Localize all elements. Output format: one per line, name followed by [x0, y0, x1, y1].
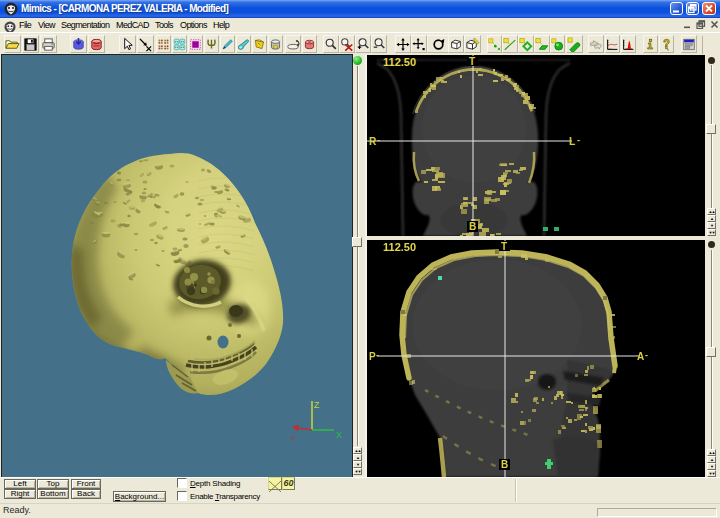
svg-text:112.50: 112.50: [383, 241, 416, 253]
svg-text:R: R: [369, 136, 377, 147]
svg-text:B: B: [469, 221, 476, 232]
svg-text:X: X: [336, 430, 342, 440]
svg-text:A: A: [637, 351, 644, 362]
svg-text:P: P: [369, 351, 376, 362]
svg-text:Z: Z: [314, 400, 320, 410]
svg-text:112.50: 112.50: [383, 56, 416, 68]
svg-text:B: B: [501, 459, 508, 470]
svg-text:Y: Y: [290, 434, 296, 443]
svg-text:L: L: [569, 136, 575, 147]
svg-text:T: T: [501, 241, 507, 252]
svg-text:-: -: [377, 135, 380, 145]
svg-text:-: -: [645, 350, 648, 360]
svg-text:-: -: [376, 350, 379, 360]
svg-text:T: T: [469, 56, 475, 67]
svg-text:-: -: [577, 135, 580, 145]
